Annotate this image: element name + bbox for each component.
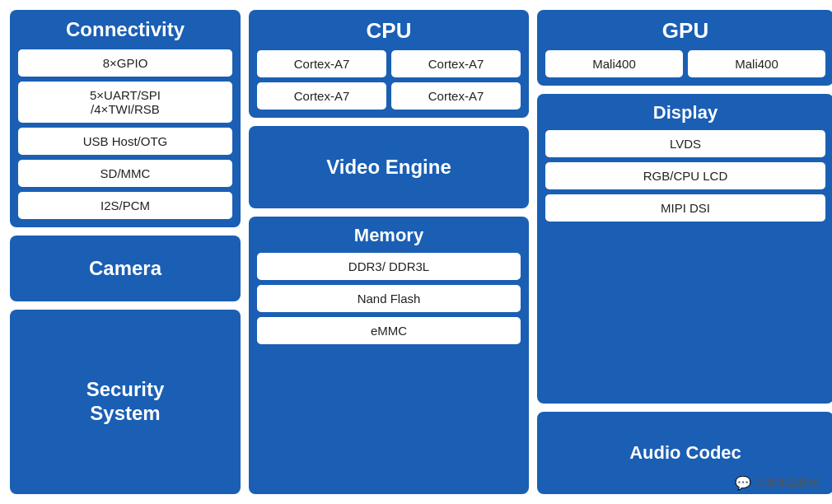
gpu-unit-2: Mali400 bbox=[688, 50, 825, 77]
connectivity-item-i2s: I2S/PCM bbox=[18, 192, 232, 219]
cpu-core-2: Cortex-A7 bbox=[391, 50, 521, 77]
display-item-mipi: MIPI DSI bbox=[545, 194, 825, 222]
cpu-grid: Cortex-A7 Cortex-A7 Cortex-A7 Cortex-A7 bbox=[257, 50, 521, 110]
display-block: Display LVDS RGB/CPU LCD MIPI DSI bbox=[537, 94, 832, 404]
gpu-title: GPU bbox=[545, 18, 825, 44]
audio-title: Audio Codec bbox=[629, 442, 741, 464]
connectivity-item-uart: 5×UART/SPI/4×TWI/RSB bbox=[18, 82, 232, 123]
gpu-block: GPU Mali400 Mali400 bbox=[537, 10, 832, 86]
cpu-core-4: Cortex-A7 bbox=[391, 82, 521, 110]
security-block: SecuritySystem bbox=[10, 310, 241, 494]
column-3: GPU Mali400 Mali400 Display LVDS RGB/CPU… bbox=[537, 10, 832, 494]
gpu-grid: Mali400 Mali400 bbox=[545, 50, 825, 77]
wechat-icon: 💬 bbox=[735, 475, 751, 491]
connectivity-item-sd: SD/MMC bbox=[18, 160, 232, 187]
cpu-core-3: Cortex-A7 bbox=[257, 82, 386, 110]
watermark: 💬 半导体观察稀 bbox=[735, 475, 819, 491]
memory-item-nand: Nand Flash bbox=[257, 285, 521, 312]
security-title: SecuritySystem bbox=[86, 378, 165, 426]
connectivity-item-gpio: 8×GPIO bbox=[18, 49, 232, 77]
display-title: Display bbox=[545, 102, 825, 124]
memory-item-ddr3: DDR3/ DDR3L bbox=[257, 253, 521, 280]
cpu-block: CPU Cortex-A7 Cortex-A7 Cortex-A7 Cortex… bbox=[249, 10, 529, 118]
video-engine-title: Video Engine bbox=[326, 156, 451, 179]
cpu-title: CPU bbox=[257, 18, 521, 44]
cpu-core-1: Cortex-A7 bbox=[257, 50, 386, 77]
connectivity-item-usb: USB Host/OTG bbox=[18, 128, 232, 155]
memory-title: Memory bbox=[257, 225, 521, 246]
column-2: CPU Cortex-A7 Cortex-A7 Cortex-A7 Cortex… bbox=[249, 10, 529, 494]
display-item-lvds: LVDS bbox=[545, 130, 825, 157]
connectivity-block: Connectivity 8×GPIO 5×UART/SPI/4×TWI/RSB… bbox=[10, 10, 241, 227]
camera-block: Camera bbox=[10, 236, 241, 301]
memory-item-emmc: eMMC bbox=[257, 317, 521, 344]
camera-title: Camera bbox=[89, 257, 161, 280]
video-engine-block: Video Engine bbox=[249, 126, 529, 208]
display-item-rgb: RGB/CPU LCD bbox=[545, 162, 825, 189]
column-1: Connectivity 8×GPIO 5×UART/SPI/4×TWI/RSB… bbox=[10, 10, 241, 494]
watermark-text: 半导体观察稀 bbox=[755, 476, 819, 491]
memory-block: Memory DDR3/ DDR3L Nand Flash eMMC bbox=[249, 217, 529, 494]
connectivity-title: Connectivity bbox=[18, 18, 232, 41]
gpu-unit-1: Mali400 bbox=[545, 50, 683, 77]
